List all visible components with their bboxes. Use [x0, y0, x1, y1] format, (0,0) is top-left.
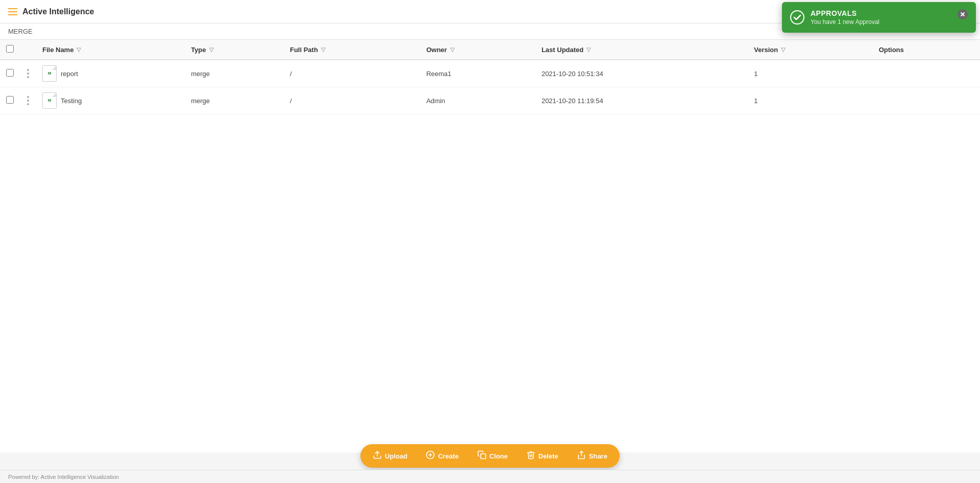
file-table: File Name ▽ Type ▽ Full Path ▽	[0, 40, 980, 114]
row-fullpath: /	[284, 87, 420, 114]
row-options	[873, 60, 980, 87]
filename-filter-icon[interactable]: ▽	[77, 46, 81, 53]
col-fullpath-header: Full Path ▽	[284, 40, 420, 60]
col-filename-header: File Name ▽	[36, 40, 185, 60]
row-type: merge	[185, 60, 284, 87]
row-filename-cell: M report	[36, 60, 185, 87]
row-lastupdated: 2021-10-20 10:51:34	[535, 60, 748, 87]
row-checkbox-1[interactable]	[6, 96, 14, 104]
table-header-row: File Name ▽ Type ▽ Full Path ▽	[0, 40, 980, 60]
create-icon	[426, 450, 435, 462]
row-dots-cell	[20, 87, 36, 114]
type-filter-icon[interactable]: ▽	[209, 46, 213, 53]
clone-label: Clone	[489, 452, 508, 460]
create-label: Create	[438, 452, 458, 460]
footer-bottom: Powered by: Active Intelligence Visualiz…	[0, 470, 980, 483]
approvals-text: APPROVALS You have 1 new Approval	[811, 9, 951, 26]
row-context-menu-0[interactable]	[26, 68, 30, 79]
delete-icon	[526, 450, 535, 462]
share-icon	[577, 450, 586, 462]
upload-icon	[373, 450, 382, 462]
clone-button[interactable]: Clone	[469, 446, 516, 466]
share-label: Share	[589, 452, 607, 460]
approvals-close-button[interactable]	[958, 9, 968, 19]
row-checkbox-0[interactable]	[6, 69, 14, 77]
lastupdated-filter-icon[interactable]: ▽	[586, 46, 591, 53]
fullpath-filter-icon[interactable]: ▽	[321, 46, 325, 53]
row-owner: Reema1	[420, 60, 535, 87]
row-checkbox-cell	[0, 87, 20, 114]
file-icon-text: M	[48, 71, 52, 76]
col-owner-header: Owner ▽	[420, 40, 535, 60]
row-filename: Testing	[61, 97, 82, 105]
approvals-title: APPROVALS	[811, 9, 951, 17]
row-filename-cell: M Testing	[36, 87, 185, 114]
share-button[interactable]: Share	[569, 446, 616, 466]
upload-button[interactable]: Upload	[364, 446, 415, 466]
row-filename: report	[61, 70, 78, 78]
approvals-subtitle: You have 1 new Approval	[811, 18, 951, 26]
col-lastupdated-header: Last Updated ▽	[535, 40, 748, 60]
hamburger-menu-icon[interactable]	[8, 8, 17, 15]
row-owner: Admin	[420, 87, 535, 114]
table-row: M Testing merge / Admin 2021-10-20 11:19…	[0, 87, 980, 114]
row-options	[873, 87, 980, 114]
file-type-icon: M	[42, 65, 57, 82]
row-context-menu-1[interactable]	[26, 95, 30, 106]
row-dots-cell	[20, 60, 36, 87]
col-version-header: Version ▽	[748, 40, 872, 60]
row-checkbox-cell	[0, 60, 20, 87]
col-dots-header	[20, 40, 36, 60]
col-type-header: Type ▽	[185, 40, 284, 60]
table-row: M report merge / Reema1 2021-10-20 10:51…	[0, 60, 980, 87]
approvals-notification: APPROVALS You have 1 new Approval	[782, 2, 976, 33]
clone-icon	[477, 450, 486, 462]
row-version: 1	[748, 60, 872, 87]
file-type-icon: M	[42, 92, 57, 109]
file-icon-text: M	[48, 99, 52, 103]
owner-filter-icon[interactable]: ▽	[450, 46, 454, 53]
powered-by-text: Powered by: Active Intelligence Visualiz…	[8, 474, 119, 480]
version-filter-icon[interactable]: ▽	[781, 46, 785, 53]
delete-button[interactable]: Delete	[518, 446, 567, 466]
create-button[interactable]: Create	[418, 446, 467, 466]
upload-label: Upload	[385, 452, 407, 460]
delete-label: Delete	[538, 452, 558, 460]
main-content: File Name ▽ Type ▽ Full Path ▽	[0, 40, 980, 452]
approvals-check-icon	[790, 10, 804, 25]
app-title: Active Intelligence	[22, 7, 94, 16]
select-all-header	[0, 40, 20, 60]
row-lastupdated: 2021-10-20 11:19:54	[535, 87, 748, 114]
svg-rect-4	[480, 454, 485, 459]
row-type: merge	[185, 87, 284, 114]
row-fullpath: /	[284, 60, 420, 87]
select-all-checkbox[interactable]	[6, 45, 14, 53]
row-version: 1	[748, 87, 872, 114]
table-body: M report merge / Reema1 2021-10-20 10:51…	[0, 60, 980, 114]
col-options-header: Options	[873, 40, 980, 60]
footer-toolbar: Upload Create Clone	[360, 444, 620, 468]
